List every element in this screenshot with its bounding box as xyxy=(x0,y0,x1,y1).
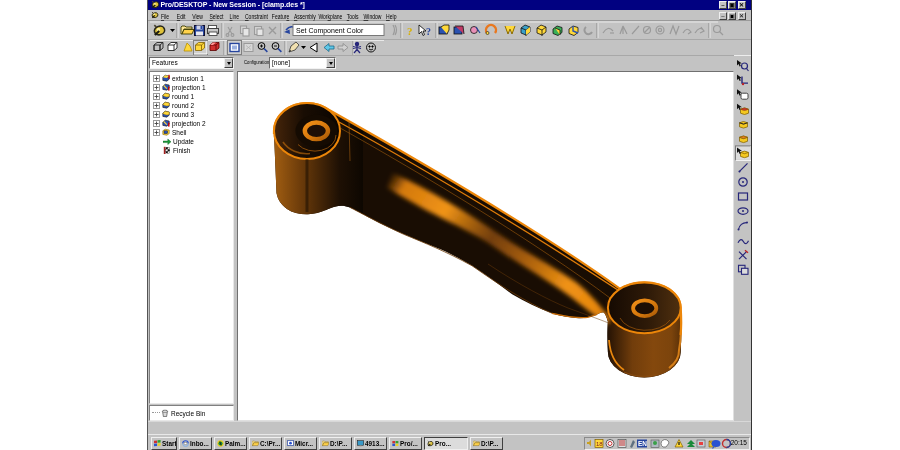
svg-text:?: ? xyxy=(426,26,431,37)
svg-text:?: ? xyxy=(407,25,413,37)
svg-text:EN: EN xyxy=(638,440,647,447)
svg-text:18: 18 xyxy=(596,441,603,447)
svg-text:Set Component Color: Set Component Color xyxy=(296,27,364,35)
